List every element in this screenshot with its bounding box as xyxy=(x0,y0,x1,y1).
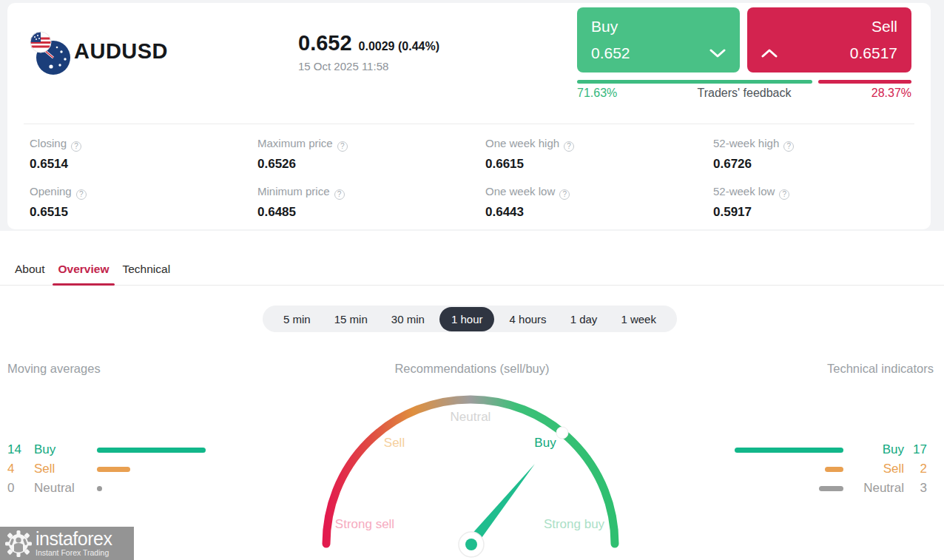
tab-overview[interactable]: Overview xyxy=(53,255,115,285)
timeframe-1day[interactable]: 1 day xyxy=(562,307,607,331)
stat-label-maximum-price: Maximum price? xyxy=(257,137,348,152)
instaforex-logo-text: instaforex xyxy=(36,530,112,548)
section-headers: Moving averages Recommendations (sell/bu… xyxy=(0,362,944,376)
traders-feedback-labels: 71.63% Traders' feedback 28.37% xyxy=(577,87,911,100)
header-background: AUDUSD 0.652 0.0029 (0.44%) 15 Oct 2025 … xyxy=(0,0,944,231)
stat-value-closing: 0.6514 xyxy=(30,157,68,172)
stat-label-opening: Opening? xyxy=(30,185,87,200)
stat-label-closing: Closing? xyxy=(30,137,81,152)
buy-price: 0.652 xyxy=(591,44,630,62)
stat-value-maximum-price: 0.6526 xyxy=(257,157,296,172)
gauge-label-neutral: Neutral xyxy=(451,410,491,424)
help-icon[interactable]: ? xyxy=(337,141,348,152)
help-icon[interactable]: ? xyxy=(559,189,570,200)
feedback-caption: Traders' feedback xyxy=(617,87,871,100)
gauge-label-buy: Buy xyxy=(534,436,556,450)
current-price: 0.652 xyxy=(298,31,352,55)
timeframe-15min[interactable]: 15 min xyxy=(326,307,377,331)
recommendation-gauge: Neutral Sell Buy Strong sell Strong buy xyxy=(311,385,636,560)
moving-averages-legend: 14 Buy 4 Sell 0 Neutral xyxy=(7,440,206,498)
help-icon[interactable]: ? xyxy=(71,141,81,152)
help-icon[interactable]: ? xyxy=(76,189,87,200)
recommendations-title: Recommendations (sell/buy) xyxy=(296,362,648,376)
timeframe-selector: 5 min 15 min 30 min 1 hour 4 hours 1 day… xyxy=(263,306,677,332)
help-icon[interactable]: ? xyxy=(779,189,789,200)
stat-value-opening: 0.6515 xyxy=(30,205,68,220)
list-item: Neutral 3 xyxy=(732,479,927,498)
ma-buy-label: Buy xyxy=(34,442,97,457)
page-title: AUDUSD xyxy=(74,39,168,64)
audusd-flag-icon xyxy=(27,30,73,75)
ti-neutral-label: Neutral xyxy=(843,481,904,496)
help-icon[interactable]: ? xyxy=(564,141,574,152)
tab-technical[interactable]: Technical xyxy=(116,255,176,285)
ma-neutral-dot xyxy=(97,486,102,491)
timeframe-4hours[interactable]: 4 hours xyxy=(501,307,556,331)
ti-buy-count: 17 xyxy=(904,442,927,457)
ti-sell-label: Sell xyxy=(843,462,904,476)
chevron-up-icon xyxy=(761,49,778,58)
gauge-label-sell: Sell xyxy=(384,436,405,450)
price-change: 0.0029 (0.44%) xyxy=(359,40,439,53)
sell-button[interactable]: Sell 0.6517 xyxy=(747,7,911,72)
timeframe-1week[interactable]: 1 week xyxy=(612,307,665,331)
ti-buy-label: Buy xyxy=(843,442,904,457)
instrument-overview-page: AUDUSD 0.652 0.0029 (0.44%) 15 Oct 2025 … xyxy=(0,0,944,560)
instrument-card: AUDUSD 0.652 0.0029 (0.44%) 15 Oct 2025 … xyxy=(7,3,931,229)
moving-averages-title: Moving averages xyxy=(0,362,296,376)
buy-button[interactable]: Buy 0.652 xyxy=(577,7,740,72)
chevron-down-icon xyxy=(709,49,726,58)
ma-buy-bar xyxy=(97,448,206,453)
list-item: Buy 17 xyxy=(732,440,927,459)
sell-button-label: Sell xyxy=(871,18,897,36)
help-icon[interactable]: ? xyxy=(783,141,794,152)
sell-price: 0.6517 xyxy=(850,44,897,62)
price-block: 0.652 0.0029 (0.44%) 15 Oct 2025 11:58 xyxy=(298,31,439,72)
tab-about[interactable]: About xyxy=(9,255,51,285)
help-icon[interactable]: ? xyxy=(334,189,345,200)
feedback-buy-percent: 71.63% xyxy=(577,87,617,100)
stat-value-minimum-price: 0.6485 xyxy=(257,205,296,220)
ti-sell-bar xyxy=(825,467,843,472)
stat-value-one-week-low: 0.6443 xyxy=(485,205,524,220)
technical-indicators-title: Technical indicators xyxy=(648,362,944,376)
ma-sell-label: Sell xyxy=(34,462,97,476)
gauge-label-strong-buy: Strong buy xyxy=(544,517,605,531)
feedback-buy-bar xyxy=(577,80,812,84)
instaforex-gear-icon xyxy=(4,529,33,559)
feedback-sell-bar xyxy=(818,80,911,84)
technical-indicators-legend: Buy 17 Sell 2 Neutral 3 xyxy=(732,440,927,498)
instaforex-tagline: Instant Forex Trading xyxy=(36,549,112,557)
stat-label-52-week-low: 52-week low? xyxy=(713,185,789,200)
ma-neutral-label: Neutral xyxy=(34,481,97,496)
timeframe-30min[interactable]: 30 min xyxy=(382,307,434,331)
ma-sell-count: 4 xyxy=(7,462,34,476)
stat-label-52-week-high: 52-week high? xyxy=(713,137,794,152)
ma-buy-count: 14 xyxy=(7,442,34,457)
stat-label-one-week-low: One week low? xyxy=(485,185,570,200)
list-item: Sell 2 xyxy=(732,459,927,479)
ti-neutral-bar xyxy=(819,486,843,491)
buy-button-label: Buy xyxy=(591,18,618,36)
stat-value-52-week-high: 0.6726 xyxy=(713,157,752,172)
gauge-label-strong-sell: Strong sell xyxy=(335,517,394,531)
stats-divider xyxy=(24,124,914,124)
instaforex-watermark: instaforex Instant Forex Trading xyxy=(0,527,134,560)
stat-value-one-week-high: 0.6615 xyxy=(485,157,524,172)
gauge-pivot-dot xyxy=(465,539,477,550)
ti-neutral-count: 3 xyxy=(904,481,927,496)
feedback-sell-percent: 28.37% xyxy=(871,87,911,100)
tab-bar: About Overview Technical xyxy=(0,255,944,286)
stat-value-52-week-low: 0.5917 xyxy=(713,205,752,220)
list-item: 14 Buy xyxy=(7,440,206,459)
price-timestamp: 15 Oct 2025 11:58 xyxy=(298,60,439,72)
stat-label-one-week-high: One week high? xyxy=(485,137,574,152)
timeframe-5min[interactable]: 5 min xyxy=(274,307,320,331)
ma-neutral-count: 0 xyxy=(7,481,34,496)
ma-sell-bar xyxy=(97,467,130,472)
list-item: 4 Sell xyxy=(7,459,206,479)
ti-buy-bar xyxy=(735,448,843,453)
timeframe-1hour[interactable]: 1 hour xyxy=(439,307,495,331)
list-item: 0 Neutral xyxy=(7,479,206,498)
gauge-marker-dot xyxy=(556,427,568,439)
